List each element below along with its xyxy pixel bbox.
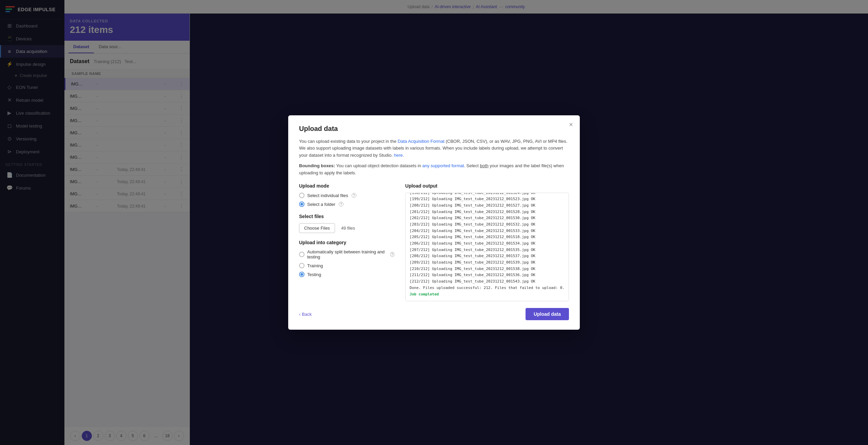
radio-individual-files[interactable]: Select individual files ? (299, 193, 394, 198)
upload-output-title: Upload output (405, 183, 569, 189)
radio-testing-label: Testing (307, 272, 321, 277)
modal-columns: Upload mode Select individual files ? Se… (299, 183, 569, 301)
upload-category-title: Upload into category (299, 240, 394, 245)
modal-description: You can upload existing data to your pro… (299, 138, 569, 159)
radio-auto-split[interactable]: Automatically split between training and… (299, 249, 394, 259)
back-chevron-icon: ‹ (299, 312, 300, 317)
help-icon-individual[interactable]: ? (352, 193, 356, 198)
modal-right-column: Upload output [195/212] Uploading IMG_te… (405, 183, 569, 301)
radio-circle-folder (299, 201, 304, 207)
modal-overlay[interactable]: × Upload data You can upload existing da… (0, 0, 868, 445)
here-link[interactable]: here (394, 153, 403, 158)
radio-circle-training (299, 263, 304, 268)
modal-close-button[interactable]: × (569, 121, 573, 129)
choose-files-row: Choose Files 49 files (299, 223, 394, 233)
radio-select-folder[interactable]: Select a folder ? (299, 201, 394, 207)
supported-format-link[interactable]: any supported format (422, 163, 464, 168)
radio-circle-individual (299, 193, 304, 198)
radio-auto-label: Automatically split between training and… (307, 249, 387, 259)
modal-footer: ‹ Back Upload data (299, 308, 569, 320)
upload-mode-title: Upload mode (299, 183, 394, 189)
radio-circle-auto (299, 252, 304, 257)
radio-folder-label: Select a folder (307, 202, 335, 207)
output-box[interactable]: [195/212] Uploading IMG_test_tube_202312… (405, 193, 569, 301)
upload-category-radio-group: Automatically split between training and… (299, 249, 394, 277)
back-label: Back (302, 312, 312, 317)
help-icon-auto[interactable]: ? (390, 252, 394, 257)
select-files-title: Select files (299, 214, 394, 219)
upload-category-section: Upload into category Automatically split… (299, 240, 394, 277)
modal-bbox-description: Bounding boxes: You can upload object de… (299, 162, 569, 177)
radio-individual-label: Select individual files (307, 193, 348, 198)
upload-mode-radio-group: Select individual files ? Select a folde… (299, 193, 394, 207)
modal-title: Upload data (299, 125, 569, 133)
radio-testing[interactable]: Testing (299, 272, 394, 277)
radio-training-label: Training (307, 263, 323, 268)
upload-data-button[interactable]: Upload data (526, 308, 569, 320)
modal-left-column: Upload mode Select individual files ? Se… (299, 183, 394, 301)
upload-modal: × Upload data You can upload existing da… (288, 115, 580, 330)
files-count-label: 49 files (341, 226, 355, 231)
back-button[interactable]: ‹ Back (299, 309, 312, 320)
radio-training[interactable]: Training (299, 263, 394, 268)
select-files-section: Select files Choose Files 49 files (299, 214, 394, 233)
data-acquisition-format-link[interactable]: Data Acquisition Format (398, 139, 445, 144)
help-icon-folder[interactable]: ? (339, 202, 343, 207)
radio-circle-testing (299, 272, 304, 277)
choose-files-button[interactable]: Choose Files (299, 223, 335, 233)
